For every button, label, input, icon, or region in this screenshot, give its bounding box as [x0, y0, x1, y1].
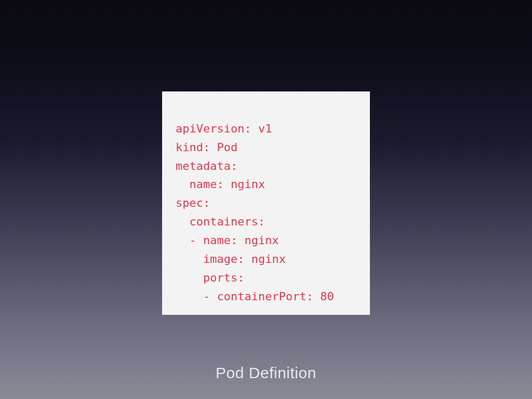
code-line: spec:: [176, 196, 210, 209]
code-block: apiVersion: v1 kind: Pod metadata: name:…: [162, 91, 370, 315]
code-line: name: nginx: [176, 178, 265, 191]
code-line: image: nginx: [176, 252, 286, 265]
code-line: - name: nginx: [176, 234, 279, 247]
code-line: metadata:: [176, 159, 237, 172]
code-line: apiVersion: v1: [176, 122, 272, 135]
code-line: kind: Pod: [176, 141, 237, 154]
code-line: - containerPort: 80: [176, 290, 334, 303]
code-line: containers:: [176, 215, 265, 228]
code-line: ports:: [176, 271, 244, 284]
slide-caption: Pod Definition: [216, 364, 316, 382]
